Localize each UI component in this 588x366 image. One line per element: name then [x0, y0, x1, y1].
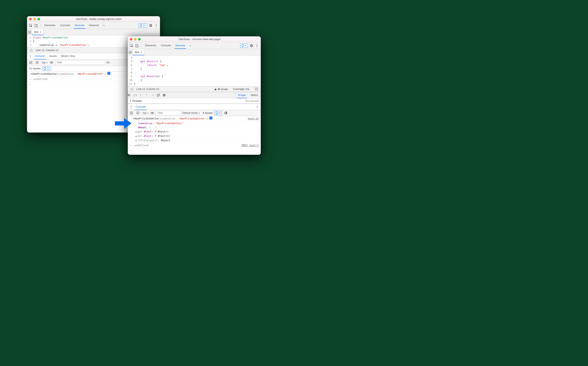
- log-levels-selector[interactable]: De: [106, 61, 110, 64]
- svg-rect-45: [216, 112, 218, 114]
- issues-badge[interactable]: 21: [138, 23, 147, 28]
- navigator-toggle-icon[interactable]: [128, 49, 133, 55]
- console-sidebar-toggle-icon[interactable]: [129, 111, 134, 115]
- tab-watch[interactable]: Watch: [248, 92, 261, 98]
- source-link[interactable]: VM52 test:1: [241, 143, 259, 147]
- svg-point-40: [131, 108, 131, 108]
- svg-rect-15: [44, 68, 46, 69]
- svg-rect-24: [255, 88, 258, 90]
- console-filter-input[interactable]: [156, 111, 181, 115]
- disclosure-icon[interactable]: ▼: [133, 116, 134, 121]
- tab-elements[interactable]: Elements: [143, 43, 158, 49]
- disclosure-icon[interactable]: ▼: [31, 72, 32, 76]
- console-filter-input[interactable]: [55, 60, 105, 65]
- more-tabs-icon[interactable]: »: [101, 23, 106, 28]
- console-settings-icon[interactable]: [223, 111, 228, 115]
- prop-prototype[interactable]: ▶[[Prototype]]: Object: [136, 138, 259, 143]
- drawer-menu-icon[interactable]: [129, 104, 134, 109]
- minimize-window-button[interactable]: [134, 38, 137, 40]
- step-icon[interactable]: [151, 94, 157, 96]
- file-tab-label: test: [135, 51, 139, 53]
- settings-icon[interactable]: [148, 23, 153, 28]
- context-selector[interactable]: top▼: [143, 112, 149, 114]
- settings-icon[interactable]: [249, 43, 254, 48]
- close-tab-icon[interactable]: ×: [40, 30, 41, 34]
- pretty-print-icon[interactable]: {}: [29, 48, 34, 53]
- minimize-window-button[interactable]: [33, 18, 36, 20]
- console-toolbar: top▼ Default levels▼ 4 Issues: 4: [128, 110, 261, 116]
- close-window-button[interactable]: [130, 38, 132, 40]
- svg-line-13: [36, 62, 38, 63]
- clear-console-icon[interactable]: [135, 111, 140, 115]
- info-icon[interactable]: i: [209, 116, 212, 119]
- pause-on-exceptions-icon[interactable]: [163, 94, 168, 97]
- prop-setter[interactable]: ▶set #test: f #test(n): [136, 134, 259, 138]
- pretty-print-icon[interactable]: {}: [130, 87, 134, 92]
- prop-getter[interactable]: ▶get #test: f #test(): [136, 130, 259, 134]
- drawer-menu-icon[interactable]: [28, 54, 33, 59]
- threads-section[interactable]: ▼ Threads Not paused: [128, 98, 261, 104]
- tab-network[interactable]: Network: [87, 23, 101, 29]
- tab-scope[interactable]: Scope: [236, 92, 248, 98]
- prop-private-test[interactable]: #test: (...): [138, 125, 259, 130]
- window-title: DevTools - drafts.csswg.org/css-color/: [40, 17, 158, 21]
- drawer-tab-console[interactable]: Console: [134, 104, 148, 110]
- log-levels-selector[interactable]: Default levels▼: [182, 112, 200, 114]
- context-selector[interactable]: top▼: [42, 61, 48, 64]
- inspect-icon[interactable]: [28, 23, 33, 28]
- disclosure-icon[interactable]: ▼: [130, 100, 131, 102]
- step-into-icon[interactable]: [139, 94, 145, 97]
- tab-console[interactable]: Console: [58, 23, 72, 29]
- clear-console-icon[interactable]: [34, 60, 39, 65]
- drawer-tab-issues[interactable]: Issues: [47, 53, 59, 59]
- maximize-window-button[interactable]: [138, 38, 141, 40]
- live-expression-icon[interactable]: [150, 111, 155, 115]
- issues-badge-inline[interactable]: 4: [214, 111, 222, 115]
- source-editor[interactable]: 4567891011 get #test() { return 'foo'; }…: [128, 55, 261, 86]
- tab-sources[interactable]: Sources: [173, 43, 187, 49]
- drawer-close-icon[interactable]: ×: [255, 105, 260, 109]
- file-tab-test[interactable]: test ×: [32, 29, 44, 35]
- navigator-toggle-icon[interactable]: [27, 29, 32, 35]
- info-icon[interactable]: i: [107, 72, 110, 75]
- svg-rect-19: [242, 45, 244, 46]
- step-out-icon[interactable]: [145, 94, 151, 97]
- sources-statusbar: {} Line 13, Column 13 ▶ ⌘+Enter Coverage…: [128, 86, 261, 92]
- close-window-button[interactable]: [29, 18, 31, 20]
- console-sidebar-toggle-icon[interactable]: [28, 60, 33, 65]
- prop-somevalue[interactable]: someValue: "HasPrivateGetter": [138, 121, 259, 125]
- kebab-menu-icon[interactable]: [154, 23, 159, 28]
- svg-line-43: [137, 112, 138, 114]
- collapse-icon[interactable]: [254, 87, 259, 92]
- kebab-menu-icon[interactable]: [254, 43, 260, 48]
- console-prompt[interactable]: ›: [128, 148, 261, 153]
- tab-elements[interactable]: Elements: [42, 23, 58, 29]
- close-tab-icon[interactable]: ×: [140, 51, 142, 54]
- issues-badge[interactable]: 4: [240, 44, 248, 48]
- tab-sources[interactable]: Sources: [73, 23, 87, 29]
- device-toggle-icon[interactable]: [34, 23, 39, 28]
- issues-badge-inline[interactable]: 21: [42, 67, 51, 71]
- step-over-icon[interactable]: [134, 94, 139, 96]
- device-toggle-icon[interactable]: [134, 43, 139, 48]
- svg-point-21: [257, 45, 257, 46]
- drawer-tab-console[interactable]: Console: [33, 53, 47, 59]
- titlebar[interactable]: DevTools - chrome://new-tab-page/: [128, 36, 261, 42]
- live-expression-icon[interactable]: [49, 60, 54, 65]
- inspect-icon[interactable]: [129, 43, 134, 48]
- svg-point-4: [156, 24, 157, 25]
- devtools-window-b: DevTools - chrome://new-tab-page/ Elemen…: [128, 36, 261, 155]
- run-shortcut[interactable]: ▶ ⌘+Enter: [215, 88, 228, 91]
- pause-icon[interactable]: [128, 94, 134, 96]
- object-header-row[interactable]: ▼ HasPrivateGetter {someValue: 'HasPriva…: [128, 116, 261, 121]
- maximize-window-button[interactable]: [37, 18, 40, 20]
- more-tabs-icon[interactable]: »: [188, 43, 193, 48]
- tab-console[interactable]: Console: [159, 43, 173, 49]
- titlebar[interactable]: DevTools - drafts.csswg.org/css-color/: [27, 16, 160, 22]
- deactivate-breakpoints-icon[interactable]: [157, 94, 163, 97]
- svg-point-10: [30, 57, 31, 58]
- file-tab-test[interactable]: test ×: [133, 49, 145, 55]
- issues-label: 21 Issues:: [29, 67, 41, 70]
- source-link[interactable]: test:13: [248, 116, 259, 121]
- drawer-tab-whatsnew[interactable]: What's New: [59, 53, 77, 59]
